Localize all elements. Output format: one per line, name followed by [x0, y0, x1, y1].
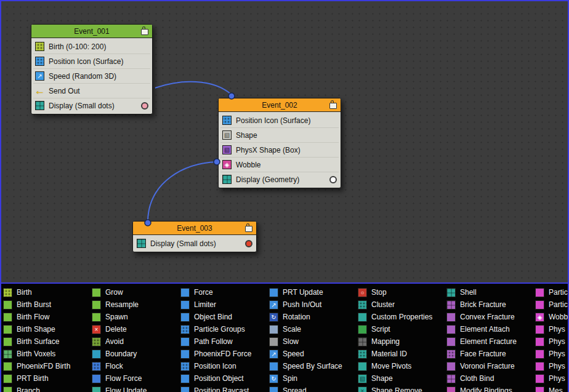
phoenixfd-force-icon — [180, 350, 190, 359]
depot-item-flow-update[interactable]: Flow Update — [91, 385, 180, 392]
depot-item-birth-flow[interactable]: Birth Flow — [2, 311, 91, 323]
node-graph-canvas[interactable]: Event_001Birth (0-100: 200)Position Icon… — [1, 1, 568, 282]
depot-item-boundary[interactable]: Boundary — [91, 348, 180, 360]
depot-item-phoenixfd-force[interactable]: PhoenixFD Force — [180, 348, 268, 360]
depot-item-mapping[interactable]: Mapping — [357, 335, 446, 348]
event-node-event-003[interactable]: Event_003Display (Small dots) — [132, 221, 257, 252]
depot-item-speed[interactable]: ↗Speed — [268, 348, 357, 360]
depot-item-face-fracture[interactable]: Face Fracture — [446, 348, 535, 360]
depot-item-flow-force[interactable]: Flow Force — [91, 372, 180, 385]
depot-item-scale[interactable]: Scale — [268, 323, 357, 335]
depot-item-stop[interactable]: ○Stop — [357, 286, 446, 298]
depot-item-rotation[interactable]: ↻Rotation — [268, 311, 357, 323]
event-header[interactable]: Event_003 — [133, 222, 256, 235]
operator-row-birth-0-100-200[interactable]: Birth (0-100: 200) — [33, 39, 150, 54]
display-gizmo[interactable] — [329, 176, 337, 183]
operator-row-display-small-dots[interactable]: Display (Small dots) — [135, 236, 254, 250]
depot-column: GrowResampleSpawn×DeleteAvoidBoundaryFlo… — [91, 286, 180, 392]
operator-row-wobble[interactable]: ◈Wobble — [220, 157, 339, 172]
depot-item-phoenixfd-birth[interactable]: PhoenixFD Birth — [2, 360, 91, 372]
depot-item-partic[interactable]: Partic — [535, 298, 568, 311]
depot-item-phys[interactable]: Phys — [535, 335, 568, 348]
operator-row-position-icon-surface[interactable]: Position Icon (Surface) — [33, 54, 150, 68]
move-pivots-icon — [358, 362, 367, 371]
display-gizmo[interactable] — [141, 102, 148, 110]
depot-item-wobb[interactable]: ◈Wobb — [535, 311, 568, 323]
operator-label: Send Out — [49, 87, 80, 95]
depot-item-move-pivots[interactable]: Move Pivots — [357, 360, 446, 372]
operator-row-display-small-dots[interactable]: Display (Small dots) — [33, 98, 150, 113]
depot-item-label: Phys — [549, 337, 565, 346]
depot-item-slow[interactable]: Slow — [268, 335, 357, 348]
depot-item-mes[interactable]: Mes — [535, 385, 568, 392]
phys-icon — [535, 350, 544, 359]
depot-item-shell[interactable]: Shell — [446, 286, 535, 298]
event-node-event-002[interactable]: Event_002Position Icon (Surface)▧Shape▧P… — [218, 98, 341, 188]
depot-item-push-in-out[interactable]: ↗Push In/Out — [268, 298, 357, 311]
depot-item-resample[interactable]: Resample — [91, 298, 180, 311]
operator-row-shape[interactable]: ▧Shape — [220, 127, 339, 142]
operator-row-position-icon-surface[interactable]: Position Icon (Surface) — [220, 113, 339, 127]
depot-item-shape-remove[interactable]: ×Shape Remove — [357, 385, 446, 392]
depot-item-birth-burst[interactable]: Birth Burst — [2, 298, 91, 311]
event-header[interactable]: Event_002 — [219, 98, 341, 112]
depot-item-cluster[interactable]: Cluster — [357, 298, 446, 311]
depot-item-branch[interactable]: Branch — [2, 385, 91, 392]
depot-item-birth-voxels[interactable]: Birth Voxels — [2, 348, 91, 360]
face-fracture-icon — [446, 350, 456, 359]
depot-item-phys[interactable]: Phys — [535, 372, 568, 385]
depot-item-phys[interactable]: Phys — [535, 360, 568, 372]
depot-item-label: Voronoi Fracture — [460, 362, 515, 370]
pflow-editor-window: Event_001Birth (0-100: 200)Position Icon… — [0, 0, 569, 392]
depot-item-delete[interactable]: ×Delete — [91, 323, 180, 335]
depot-item-path-follow[interactable]: Path Follow — [180, 335, 268, 348]
depot-item-avoid[interactable]: Avoid — [91, 335, 180, 348]
event-node-event-001[interactable]: Event_001Birth (0-100: 200)Position Icon… — [31, 24, 153, 114]
depot-item-partic[interactable]: Partic — [535, 286, 568, 298]
prt-update-icon — [269, 288, 278, 297]
depot-item-material-id[interactable]: Material ID — [357, 348, 446, 360]
lock-icon[interactable] — [141, 29, 148, 35]
depot-item-spread[interactable]: Spread — [268, 385, 357, 392]
depot-item-prt-birth[interactable]: PRT Birth — [2, 372, 91, 385]
depot-item-cloth-bind[interactable]: Cloth Bind — [446, 372, 535, 385]
depot-item-particle-groups[interactable]: Particle Groups — [180, 323, 268, 335]
operator-row-send-out[interactable]: ←Send Out — [33, 83, 150, 98]
phys-icon — [535, 337, 544, 346]
depot-item-element-attach[interactable]: Element Attach — [446, 323, 535, 335]
depot-item-grow[interactable]: Grow — [91, 286, 180, 298]
depot-item-script[interactable]: Script — [357, 323, 446, 335]
depot-item-voronoi-fracture[interactable]: Voronoi Fracture — [446, 360, 535, 372]
depot-item-birth-shape[interactable]: Birth Shape — [2, 323, 91, 335]
connection-wire[interactable] — [155, 82, 231, 94]
event-header[interactable]: Event_001 — [31, 25, 152, 38]
depot-item-position-raycast[interactable]: Position Raycast — [180, 385, 268, 392]
depot-item-brick-fracture[interactable]: Brick Fracture — [446, 298, 535, 311]
operator-row-display-geometry[interactable]: Display (Geometry) — [220, 172, 339, 186]
depot-item-birth-surface[interactable]: Birth Surface — [2, 335, 91, 348]
lock-icon[interactable] — [329, 103, 337, 109]
depot-item-custom-properties[interactable]: Custom Properties — [357, 311, 446, 323]
operator-row-physx-shape-box[interactable]: ▧PhysX Shape (Box) — [220, 142, 339, 157]
depot-item-phys[interactable]: Phys — [535, 323, 568, 335]
operator-row-speed-random-3d[interactable]: ↗Speed (Random 3D) — [33, 68, 150, 83]
depot-item-force[interactable]: Force — [180, 286, 268, 298]
depot-item-element-fracture[interactable]: Element Fracture — [446, 335, 535, 348]
depot-item-birth[interactable]: Birth — [2, 286, 91, 298]
lock-icon[interactable] — [245, 226, 252, 232]
display-gizmo[interactable] — [245, 240, 252, 247]
depot-item-flock[interactable]: Flock — [91, 360, 180, 372]
depot-item-position-icon[interactable]: Position Icon — [180, 360, 268, 372]
depot-item-speed-by-surface[interactable]: Speed By Surface — [268, 360, 357, 372]
depot-item-modify-bindings[interactable]: Modify Bindings — [446, 385, 535, 392]
depot-item-shape[interactable]: ▧Shape — [357, 372, 446, 385]
depot-item-convex-fracture[interactable]: Convex Fracture — [446, 311, 535, 323]
depot-item-prt-update[interactable]: PRT Update — [268, 286, 357, 298]
depot-item-phys[interactable]: Phys — [535, 348, 568, 360]
depot-item-spin[interactable]: ↻Spin — [268, 372, 357, 385]
depot-item-limiter[interactable]: Limiter — [180, 298, 268, 311]
connection-wire[interactable] — [148, 162, 217, 220]
depot-item-spawn[interactable]: Spawn — [91, 311, 180, 323]
depot-item-position-object[interactable]: Position Object — [180, 372, 268, 385]
depot-item-object-bind[interactable]: Object Bind — [180, 311, 268, 323]
